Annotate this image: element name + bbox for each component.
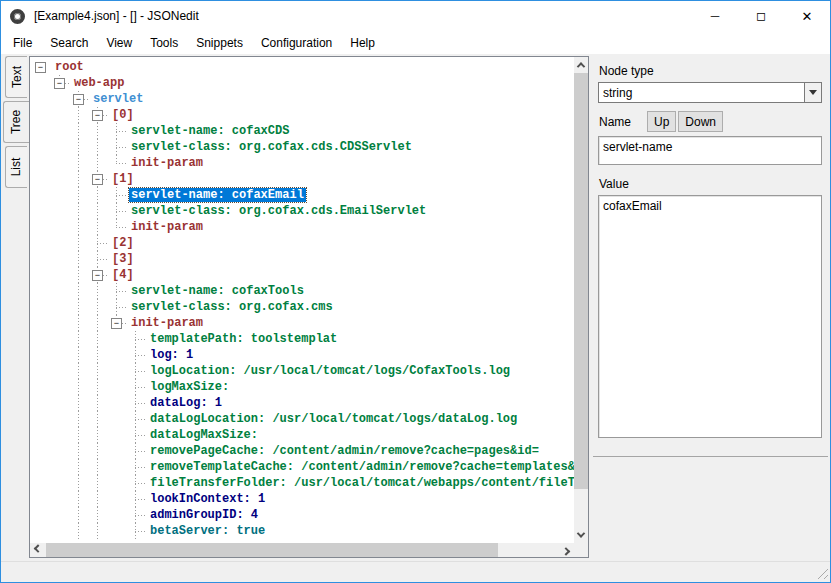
tree-node-label[interactable]: logLocation: /usr/local/tomcat/logs/Cofa… — [148, 364, 512, 378]
tree-node[interactable]: init-param — [31, 219, 574, 235]
tree-node-label[interactable]: fileTransferFolder: /usr/local/tomcat/we… — [148, 476, 574, 490]
tree-node[interactable]: −init-param — [31, 315, 574, 331]
menu-file[interactable]: File — [4, 33, 41, 53]
close-button[interactable]: ✕ — [784, 1, 830, 31]
vertical-scrollbar-thumb[interactable] — [574, 73, 588, 489]
name-field[interactable]: servlet-name — [598, 136, 822, 165]
tree-node-label[interactable]: betaServer: true — [148, 524, 267, 538]
collapse-box[interactable]: − — [92, 174, 103, 185]
resize-grip[interactable] — [815, 566, 828, 579]
tree-node-label[interactable]: init-param — [129, 316, 205, 330]
horizontal-scrollbar[interactable] — [30, 543, 574, 557]
tree-node[interactable]: dataLogLocation: /usr/local/tomcat/logs/… — [31, 411, 574, 427]
scroll-up-button[interactable] — [574, 57, 588, 73]
tree-node[interactable]: −servlet — [31, 91, 574, 107]
minimize-button[interactable]: ─ — [692, 1, 738, 31]
collapse-box[interactable]: − — [73, 94, 84, 105]
tree-node-label[interactable]: servlet — [91, 92, 145, 106]
scroll-down-button[interactable] — [574, 527, 588, 543]
tree-node-label[interactable]: removeTemplateCache: /content/admin/remo… — [148, 460, 574, 474]
status-bar — [1, 561, 830, 581]
tree-node[interactable]: servlet-name: cofaxEmail — [31, 187, 574, 203]
tree-node[interactable]: lookInContext: 1 — [31, 491, 574, 507]
menu-search[interactable]: Search — [41, 33, 97, 53]
tree-node[interactable]: −web-app — [31, 75, 574, 91]
tree-node-label[interactable]: logMaxSize: — [148, 380, 231, 394]
tree-node-label[interactable]: init-param — [129, 220, 205, 234]
tree-node-label[interactable]: templatePath: toolstemplat — [148, 332, 339, 346]
tree-node-label[interactable]: web-app — [72, 76, 126, 90]
tree-node-label[interactable]: [2] — [110, 236, 136, 250]
tree-node-label[interactable]: servlet-name: cofaxCDS — [129, 124, 291, 138]
tree-node-label[interactable]: servlet-class: org.cofax.cds.EmailServle… — [129, 204, 428, 218]
tree-node-label[interactable]: dataLogMaxSize: — [148, 428, 260, 442]
tree-node[interactable]: templatePath: toolstemplat — [31, 331, 574, 347]
tree-node[interactable]: log: 1 — [31, 347, 574, 363]
tree-node[interactable]: −[0] — [31, 107, 574, 123]
tree-node-label[interactable]: servlet-class: org.cofax.cms — [129, 300, 335, 314]
tree-node[interactable]: fileTransferFolder: /usr/local/tomcat/we… — [31, 475, 574, 491]
menu-tools[interactable]: Tools — [141, 33, 187, 53]
tree-node-label[interactable]: removePageCache: /content/admin/remove?c… — [148, 444, 541, 458]
tree-node-label[interactable]: servlet-name: cofaxTools — [129, 284, 306, 298]
value-field[interactable]: cofaxEmail — [598, 195, 822, 438]
tree-node[interactable]: −[1] — [31, 171, 574, 187]
tree-node[interactable]: init-param — [31, 155, 574, 171]
tree-node-label[interactable]: init-param — [129, 156, 205, 170]
combo-dropdown-button[interactable] — [804, 83, 821, 102]
vertical-scrollbar[interactable] — [574, 57, 588, 543]
panel-divider — [593, 456, 828, 457]
tree-node[interactable]: servlet-name: cofaxTools — [31, 283, 574, 299]
collapse-box[interactable]: − — [92, 270, 103, 281]
tree-node[interactable]: servlet-class: org.cofax.cds.EmailServle… — [31, 203, 574, 219]
tree-node[interactable]: removePageCache: /content/admin/remove?c… — [31, 443, 574, 459]
menu-configuration[interactable]: Configuration — [252, 33, 341, 53]
tree-node[interactable]: dataLogMaxSize: — [31, 427, 574, 443]
tab-list[interactable]: List — [5, 146, 27, 188]
tree-node[interactable]: servlet-class: org.cofax.cds.CDSServlet — [31, 139, 574, 155]
tree-node-label[interactable]: [0] — [110, 108, 136, 122]
tree-node[interactable]: logLocation: /usr/local/tomcat/logs/Cofa… — [31, 363, 574, 379]
scroll-left-button[interactable] — [30, 543, 46, 557]
menu-view[interactable]: View — [97, 33, 141, 53]
collapse-box[interactable]: − — [92, 110, 103, 121]
tree-node[interactable]: betaServer: true — [31, 523, 574, 539]
tree-node-label[interactable]: lookInContext: 1 — [148, 492, 267, 506]
tree-node[interactable]: [2] — [31, 235, 574, 251]
tree-node-label[interactable]: dataLog: 1 — [148, 396, 224, 410]
menu-snippets[interactable]: Snippets — [187, 33, 252, 53]
tab-tree[interactable]: Tree — [3, 101, 29, 143]
horizontal-scrollbar-thumb[interactable] — [46, 543, 498, 557]
maximize-button[interactable]: ◻ — [738, 1, 784, 31]
node-type-value: string — [599, 86, 804, 100]
title-bar[interactable]: [Example4.json] - [] - JSONedit ─ ◻ ✕ — [1, 1, 830, 31]
tree-node[interactable]: servlet-name: cofaxCDS — [31, 123, 574, 139]
menu-help[interactable]: Help — [341, 33, 384, 53]
tree-node-label[interactable]: root — [53, 60, 86, 74]
up-button[interactable]: Up — [647, 111, 676, 132]
collapse-box[interactable]: − — [111, 318, 122, 329]
tree-node-label[interactable]: [3] — [110, 252, 136, 266]
tree-node-label[interactable]: servlet-name: cofaxEmail — [129, 188, 306, 202]
scroll-right-button[interactable] — [558, 543, 574, 557]
tree-node[interactable]: removeTemplateCache: /content/admin/remo… — [31, 459, 574, 475]
collapse-box[interactable]: − — [35, 62, 46, 73]
tree-node[interactable]: −[4] — [31, 267, 574, 283]
tree-node-label[interactable]: [4] — [110, 268, 136, 282]
tree-node-label[interactable]: servlet-class: org.cofax.cds.CDSServlet — [129, 140, 414, 154]
tree-node[interactable]: [3] — [31, 251, 574, 267]
tab-text[interactable]: Text — [5, 56, 27, 98]
node-type-select[interactable]: string — [598, 82, 822, 103]
tree-node[interactable]: logMaxSize: — [31, 379, 574, 395]
tree-node-label[interactable]: dataLogLocation: /usr/local/tomcat/logs/… — [148, 412, 519, 426]
tree-node[interactable]: −root — [31, 59, 574, 75]
tree-node-label[interactable]: [1] — [110, 172, 136, 186]
view-tab-strip: Text Tree List — [1, 56, 29, 191]
tree-node-label[interactable]: log: 1 — [148, 348, 195, 362]
tree-node-label[interactable]: adminGroupID: 4 — [148, 508, 260, 522]
tree-node[interactable]: adminGroupID: 4 — [31, 507, 574, 523]
collapse-box[interactable]: − — [54, 78, 65, 89]
tree-node[interactable]: dataLog: 1 — [31, 395, 574, 411]
down-button[interactable]: Down — [678, 111, 723, 132]
tree-node[interactable]: servlet-class: org.cofax.cms — [31, 299, 574, 315]
